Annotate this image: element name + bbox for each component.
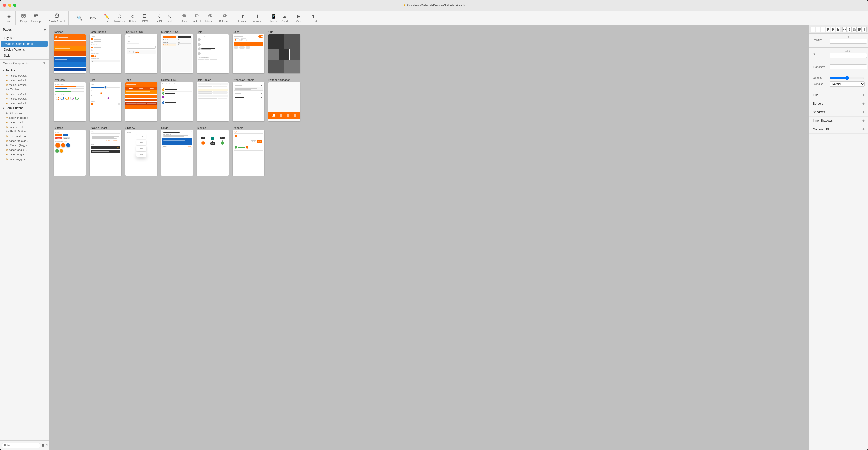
mirror-button[interactable]: 📱 Mirror <box>269 13 279 24</box>
forward-button[interactable]: ⬆ Forward <box>236 13 249 24</box>
align-center-h-button[interactable] <box>816 27 820 32</box>
layer-item[interactable]: Aa Toolbar <box>0 87 49 92</box>
edit-mode-icon[interactable]: ✎ <box>46 443 49 447</box>
filter-input[interactable] <box>2 443 40 448</box>
layer-item[interactable]: ◈ molecules/tool... <box>0 96 49 101</box>
layer-item[interactable]: Aa Checkbox <box>0 111 49 115</box>
rotate-input[interactable] <box>830 64 867 69</box>
layer-item[interactable]: ◈ paper-toggle-... <box>0 157 49 161</box>
layer-item[interactable]: ◈ paper-radio-gr... <box>0 138 49 143</box>
layer-item[interactable]: ◈ paper-checkb... <box>0 120 49 125</box>
intersect-button[interactable]: Intersect <box>204 12 217 24</box>
artboard-slider[interactable]: Slider Slider Name <box>90 78 121 121</box>
layer-item[interactable]: ◈ molecules/tool... <box>0 92 49 96</box>
layers-control-icon2[interactable]: ✎ <box>43 61 46 65</box>
ungroup-button[interactable]: Ungroup <box>29 12 42 24</box>
page-item-style[interactable]: Style <box>0 53 49 59</box>
add-blur-button[interactable]: + <box>862 127 865 131</box>
artboard-inputs[interactable]: Inputs (Forms) Label Label <box>125 30 157 73</box>
align-middle-button[interactable] <box>831 27 835 32</box>
artboard-shadow[interactable]: Shadow Shadow Label 1 Label 2 Label 3 La… <box>125 126 157 176</box>
add-inner-shadow-button[interactable]: + <box>862 119 865 123</box>
layer-item[interactable]: Aa Switch (Toggle) <box>0 143 49 147</box>
add-page-button[interactable]: + <box>43 27 46 32</box>
export-button[interactable]: ⬆ Export <box>308 13 319 24</box>
page-item-material[interactable]: Material Components <box>1 41 48 47</box>
dist-h-button[interactable] <box>842 27 847 32</box>
layer-group-form-header[interactable]: ▼ Form Buttons <box>0 106 49 111</box>
layer-item[interactable]: ◈ paper-toggle-... <box>0 147 49 152</box>
artboard-expansion[interactable]: Expansion Panels ▴ <box>232 78 265 121</box>
artboard-buttons[interactable]: Buttons Buttons RAISED FLAT DELETE OUTLI… <box>54 126 86 176</box>
artboard-dialog[interactable]: Dialog & Toast Dialog CANCEL CONFIRM <box>90 126 121 176</box>
layer-item[interactable]: ◈ molecules/tool... <box>0 83 49 87</box>
layer-item[interactable]: ◈ molecules/tool... <box>0 73 49 78</box>
layer-group-toolbar-header[interactable]: ▼ Toolbar <box>0 68 49 73</box>
artboard-lists[interactable]: Lists List Heading <box>197 30 229 73</box>
dist-v-button[interactable] <box>847 27 851 32</box>
transform-button[interactable]: ⬡ Transform <box>112 13 127 24</box>
zoom-out-button[interactable]: − <box>71 16 75 21</box>
grid-view-icon[interactable]: ⊞ <box>41 443 44 447</box>
add-border-button[interactable]: + <box>862 101 865 106</box>
align-top-button[interactable] <box>826 27 830 32</box>
artboard-tooltips[interactable]: Tooltips Tooltip <box>197 126 229 176</box>
align-bottom-button[interactable] <box>836 27 840 32</box>
opacity-slider[interactable] <box>830 76 865 80</box>
artboard-steppers[interactable]: Steppers Step 1 of 2 1 2 <box>232 126 265 176</box>
artboard-menus[interactable]: Menus & Navs Nav item 1 Nav item 2 Nav i… <box>161 30 193 73</box>
artboard-progress[interactable]: Progress Progress Linear <box>54 78 86 121</box>
flip-button[interactable] <box>862 27 867 32</box>
create-symbol-button[interactable]: Create Symbol <box>47 12 67 24</box>
edit-button[interactable]: ✏️ Edit <box>101 13 112 24</box>
layers-control-icon1[interactable]: ☰ <box>38 61 41 65</box>
insert-button[interactable]: ⊕ Insert <box>4 13 14 24</box>
align-right-button[interactable] <box>821 27 825 32</box>
mask-button[interactable]: ⧲ Mask <box>154 13 164 23</box>
zoom-in-button[interactable]: + <box>83 16 87 21</box>
artboard-cards[interactable]: Cards Card Headline title <box>161 126 193 176</box>
page-item-layouts[interactable]: Layouts <box>0 35 49 41</box>
artboard-bottom-nav[interactable]: Bottom Navigation <box>268 78 300 121</box>
fills-section[interactable]: Fills + <box>809 91 868 99</box>
subtract-button[interactable]: Subtract <box>190 12 203 24</box>
canvas-area[interactable]: Toolbar <box>49 26 809 450</box>
close-button[interactable] <box>3 4 6 7</box>
backward-button[interactable]: ⬇ Backward <box>250 13 265 24</box>
layer-item[interactable]: ◈ Keep Wi-Fi on... <box>0 134 49 138</box>
more-align-button[interactable] <box>857 27 862 32</box>
page-item-design[interactable]: Design Patterns <box>0 47 49 53</box>
artboard-contact[interactable]: Contact Lists Contact list with main div… <box>161 78 193 121</box>
difference-button[interactable]: Difference <box>217 12 232 24</box>
blur-section[interactable]: Gaussian Blur ⌄ + <box>809 125 868 134</box>
minimize-button[interactable] <box>8 4 11 7</box>
artboard-toolbar[interactable]: Toolbar <box>54 30 86 73</box>
blending-select[interactable]: Normal <box>830 81 865 87</box>
artboard-tabs[interactable]: Tabs <box>125 78 157 121</box>
view-button[interactable]: ⊞ View <box>294 13 304 24</box>
x-input[interactable] <box>830 39 867 43</box>
cloud-button[interactable]: ☁ Cloud <box>279 13 289 24</box>
borders-section[interactable]: Borders + <box>809 99 868 108</box>
add-shadow-button[interactable]: + <box>862 110 865 114</box>
artboard-grid[interactable]: Grid <box>268 30 300 73</box>
inner-shadows-section[interactable]: Inner Shadows + <box>809 117 868 125</box>
align-left-button[interactable] <box>811 27 815 32</box>
shadows-section[interactable]: Shadows + <box>809 108 868 117</box>
rotate-button[interactable]: ↻ Rotate <box>127 13 138 24</box>
fullscreen-button[interactable] <box>13 4 17 7</box>
artboard-chips[interactable]: Chips <box>232 30 265 73</box>
artboard-data-tables[interactable]: Data Tables Name Value Type <box>197 78 229 121</box>
width-input[interactable] <box>830 53 867 58</box>
add-fill-button[interactable]: + <box>862 93 865 97</box>
union-button[interactable]: Union <box>179 12 189 24</box>
layer-item[interactable]: ◈ paper-checkbox <box>0 115 49 120</box>
group-button[interactable]: Group <box>18 12 29 24</box>
layer-item[interactable]: ◈ molecules/tool... <box>0 78 49 83</box>
artboard-form-buttons[interactable]: Form Buttons Checkbox Radio But <box>90 30 121 73</box>
layer-item[interactable]: ◈ molecules/tool... <box>0 101 49 106</box>
scale-button[interactable]: ⤡ Scale <box>165 13 175 24</box>
flatten-button[interactable]: ⧠ Flatten <box>139 13 151 23</box>
tidy-button[interactable] <box>852 27 857 32</box>
layer-item[interactable]: ◈ paper-toggle-... <box>0 152 49 157</box>
